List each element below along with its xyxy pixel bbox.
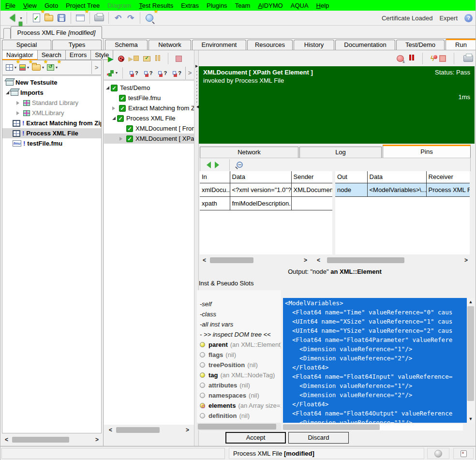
zoom-out-inspect-icon[interactable] xyxy=(237,162,243,168)
new-folder-button[interactable]: ★▾ xyxy=(30,62,45,74)
tab-search[interactable]: Search xyxy=(38,50,66,60)
slot-self[interactable]: -self xyxy=(197,299,281,309)
col-out[interactable]: Out xyxy=(335,171,367,183)
back-button[interactable]: ▾ xyxy=(4,12,24,24)
settings-search-button[interactable]: ★ xyxy=(143,12,156,24)
checkbox-checked-icon[interactable]: ✓ xyxy=(111,85,118,91)
scroll-thumb[interactable] xyxy=(327,257,404,263)
tab-errors[interactable]: Errors xyxy=(66,50,91,60)
open-button[interactable] xyxy=(43,12,55,24)
scroll-left-icon[interactable]: < xyxy=(314,257,323,264)
tree-item-process-xml-file[interactable]: ! Process XML File xyxy=(2,128,101,138)
tab-environment[interactable]: Environment xyxy=(192,40,246,50)
new-resource-button[interactable]: ★▾ xyxy=(45,62,59,74)
slot-treeposition[interactable]: treePosition(nil) xyxy=(197,360,281,370)
scroll-right-icon[interactable]: > xyxy=(301,257,310,264)
menu-help[interactable]: Help xyxy=(312,1,333,10)
pause-button[interactable] xyxy=(155,55,161,62)
slot-parent[interactable]: parent(an XML::Element) xyxy=(197,340,281,350)
run-button[interactable]: ▶ xyxy=(108,55,114,62)
value-inspector-text[interactable]: <ModelVariables> <Float64 name="Time" va… xyxy=(283,298,467,423)
debug-on-error-icon[interactable]: ϟ xyxy=(431,54,434,62)
exec-item-process-xml[interactable]: ✓ Process XML File xyxy=(104,113,194,123)
tab-pins-network[interactable]: Network xyxy=(200,147,298,158)
redo-button[interactable]: ↷ xyxy=(124,12,137,24)
checkbox-checked-icon[interactable]: ✓ xyxy=(117,115,124,122)
slot-elements[interactable]: elements(an Array size=1) xyxy=(197,401,281,411)
tab-test-demo[interactable]: Test/Demo xyxy=(396,40,445,50)
new-window-button[interactable]: ★ xyxy=(74,12,87,24)
pause-execution-button[interactable] xyxy=(409,55,415,62)
tree-item-standard-library[interactable]: Standard Library xyxy=(2,98,101,108)
next-step-icon[interactable] xyxy=(215,162,223,168)
menu-view[interactable]: View xyxy=(19,1,41,10)
scroll-left-icon[interactable]: < xyxy=(2,436,11,443)
table-row[interactable]: xpath fmiModelDescription. xyxy=(200,196,333,210)
undo-button[interactable]: ↶ xyxy=(112,12,124,24)
new-list-button[interactable]: ★▾ xyxy=(18,62,30,74)
scroll-right-icon[interactable]: > xyxy=(183,427,192,433)
col-sender[interactable]: Sender xyxy=(291,171,333,183)
scroll-thumb[interactable] xyxy=(12,437,69,443)
tab-network[interactable]: Network xyxy=(149,40,191,50)
discard-button[interactable]: Discard xyxy=(288,432,349,444)
save-button[interactable] xyxy=(55,12,68,24)
prev-step-icon[interactable] xyxy=(203,162,211,168)
query-node-button-4[interactable]: ? xyxy=(171,69,183,77)
tab-history[interactable]: History xyxy=(294,40,334,50)
scroll-track[interactable] xyxy=(11,436,92,443)
menu-aqua[interactable]: AQUA xyxy=(287,1,312,10)
tree-item-new-testsuite[interactable]: New Testsuite xyxy=(2,77,101,88)
tab-log[interactable]: Log xyxy=(299,147,382,158)
menu-team[interactable]: Team xyxy=(231,1,254,10)
tab-documentation[interactable]: Documentation xyxy=(335,40,395,50)
tree-item-testfile-fmu[interactable]: fmu ! testFile.fmu xyxy=(2,138,101,148)
col-in[interactable]: In xyxy=(200,171,230,183)
table-row-selected[interactable]: node <ModelVariables>\... Process XML Fi… xyxy=(335,183,471,196)
exec-item-test-demo[interactable]: ✓ Test/Demo xyxy=(104,83,194,93)
statusbar-notes-button[interactable] xyxy=(453,448,474,459)
scroll-thumb[interactable] xyxy=(210,257,253,263)
code-hscrollbar[interactable] xyxy=(283,424,463,430)
slot-attributes[interactable]: attributes(nil) xyxy=(197,380,281,390)
tab-pins[interactable]: Pins xyxy=(383,145,471,158)
print-report-button[interactable] xyxy=(462,52,475,65)
expander-open-icon[interactable] xyxy=(112,117,116,120)
query-node-button-1[interactable]: ? xyxy=(128,69,140,77)
scroll-up-icon[interactable]: ▲ xyxy=(467,298,475,306)
debug-icon[interactable] xyxy=(118,56,124,62)
help-icon[interactable]: ? xyxy=(464,14,473,22)
checkbox-checked-icon[interactable]: ✓ xyxy=(119,105,126,112)
scroll-left-icon[interactable]: < xyxy=(106,427,115,433)
expander-closed-icon[interactable] xyxy=(119,137,124,141)
tree-item-xmllibrary[interactable]: XMLLibrary xyxy=(2,108,101,118)
tab-special[interactable]: Special xyxy=(2,40,51,50)
slot-namespaces[interactable]: namespaces(nil) xyxy=(197,390,281,401)
col-data[interactable]: Data xyxy=(230,171,291,183)
tree-item-extract-matching[interactable]: ! Extract Matching from Zip A xyxy=(2,118,101,128)
abort-button[interactable] xyxy=(439,55,446,62)
back-dropdown-icon[interactable]: ▾ xyxy=(20,16,22,20)
query-node-button-2[interactable]: ? xyxy=(142,69,155,77)
scroll-down-icon[interactable]: ▼ xyxy=(467,415,475,423)
splitter-handle[interactable] xyxy=(196,70,197,104)
new-testcase-button[interactable]: ★▾ xyxy=(4,62,18,74)
exec-item-xmldocument-from[interactable]: ✓ XMLDocument [ From File ] xyxy=(104,123,194,134)
tab-stub[interactable] xyxy=(3,28,11,39)
checkbox-checked-icon[interactable]: ✓ xyxy=(126,135,133,142)
slot-definition[interactable]: definition(nil) xyxy=(197,411,281,421)
slots-hscrollbar[interactable] xyxy=(197,423,281,430)
stop-button[interactable] xyxy=(176,56,182,62)
scroll-right-icon[interactable]: > xyxy=(461,257,471,264)
table-row[interactable]: xmlDocu.. <?xml version="1.0"?> XMLDocum… xyxy=(200,183,333,196)
col-receiver[interactable]: Receiver xyxy=(426,171,471,183)
mail-report-icon[interactable] xyxy=(143,56,150,61)
checkbox-checked-icon[interactable]: ✓ xyxy=(119,95,126,102)
document-tab[interactable]: Process XML File [modified] xyxy=(11,26,102,39)
checkbox-checked-icon[interactable]: ✓ xyxy=(126,125,133,132)
record-breakpoint-icon[interactable] xyxy=(397,55,404,62)
tab-schema[interactable]: Schema xyxy=(105,40,148,50)
slot-inspect-dom-tree[interactable]: - >> inspect DOM tree << xyxy=(197,329,281,340)
scroll-thumb[interactable] xyxy=(116,427,160,433)
expander-open-icon[interactable] xyxy=(6,91,9,94)
